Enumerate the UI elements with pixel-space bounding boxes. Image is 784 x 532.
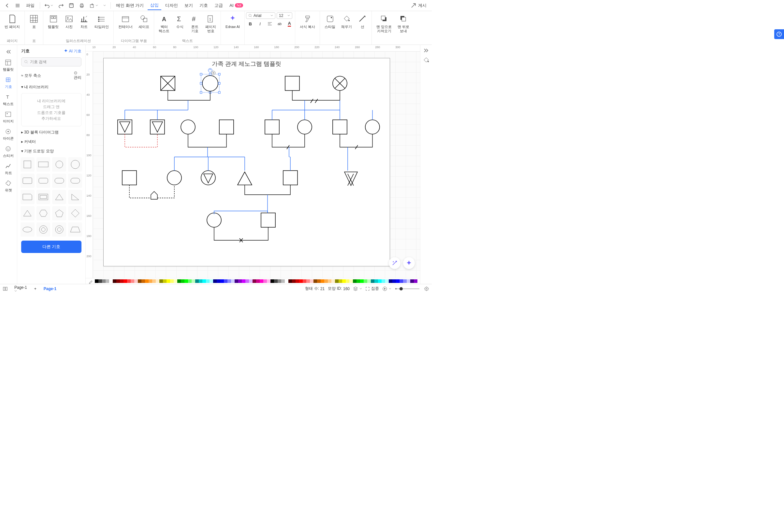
color-swatch[interactable] [152, 279, 156, 283]
shape-ellipse[interactable] [21, 223, 34, 237]
color-swatch[interactable] [392, 279, 396, 283]
color-swatch[interactable] [285, 279, 288, 283]
genogram-shape[interactable] [219, 120, 234, 134]
shape-pentagon[interactable] [52, 206, 66, 220]
genogram-shape[interactable] [207, 213, 221, 227]
color-swatch[interactable] [213, 279, 217, 283]
section-basic-shapes[interactable]: ▾ 기본 드로잉 모양 [17, 147, 86, 156]
color-swatch[interactable] [181, 279, 185, 283]
text-bg-button[interactable]: ab [275, 20, 284, 27]
color-swatch[interactable] [353, 279, 357, 283]
color-swatch[interactable] [278, 279, 281, 283]
color-swatch[interactable] [231, 279, 234, 283]
genogram-shape[interactable] [344, 172, 358, 185]
canvas[interactable]: 가족 관계 제노그램 템플릿 [93, 52, 420, 278]
color-swatch[interactable] [342, 279, 346, 283]
menu-view[interactable]: 보기 [182, 1, 196, 10]
zoom-slider[interactable] [395, 287, 421, 291]
sidebar-widget[interactable]: 위젯 [0, 178, 17, 195]
genogram-shape[interactable] [122, 171, 137, 185]
color-swatch[interactable] [324, 279, 328, 283]
bold-button[interactable]: B [246, 20, 254, 27]
color-swatch[interactable] [131, 279, 134, 283]
genogram-shape[interactable] [151, 191, 158, 199]
menu-symbol[interactable]: 기호 [197, 1, 211, 10]
color-swatch[interactable] [296, 279, 299, 283]
color-swatch[interactable] [378, 279, 382, 283]
collapse-all-button[interactable]: ≈ 모두 축소 [21, 73, 41, 79]
share-button[interactable] [88, 2, 100, 9]
shape-rect[interactable] [36, 157, 51, 172]
menu-ai[interactable]: AIhot [227, 2, 246, 9]
shape-snip[interactable] [21, 190, 34, 204]
color-swatch[interactable] [349, 279, 353, 283]
sidebar-text[interactable]: T텍스트 [0, 92, 17, 109]
selected-shape[interactable] [200, 68, 220, 93]
vector-text-button[interactable]: A벡터 텍스트 [156, 12, 172, 33]
color-swatch[interactable] [346, 279, 349, 283]
color-swatch[interactable] [188, 279, 192, 283]
color-swatch[interactable] [313, 279, 317, 283]
page-tab[interactable]: Page-1 [40, 286, 60, 292]
magic-wand-button[interactable] [389, 257, 400, 269]
photo-button[interactable]: 사진 [62, 12, 76, 29]
color-swatch[interactable] [292, 279, 296, 283]
color-swatch[interactable] [303, 279, 306, 283]
color-swatch[interactable] [328, 279, 331, 283]
sidebar-chart[interactable]: 차트 [0, 161, 17, 177]
sidebar-symbol[interactable]: 기호 [0, 75, 17, 91]
color-swatch[interactable] [192, 279, 195, 283]
color-swatch[interactable] [317, 279, 320, 283]
color-swatch[interactable] [102, 279, 106, 283]
edraw-ai-button[interactable]: Edraw AI [223, 12, 243, 29]
color-swatch[interactable] [364, 279, 367, 283]
formula-button[interactable]: Σ수식 [173, 12, 187, 29]
shape-ellipse-big[interactable] [68, 157, 82, 172]
ai-symbol-button[interactable]: AI 기호 [64, 49, 82, 54]
color-swatch[interactable] [403, 279, 407, 283]
color-swatch[interactable] [120, 279, 123, 283]
color-swatch[interactable] [389, 279, 392, 283]
color-swatch[interactable] [260, 279, 263, 283]
add-page-button[interactable]: + [32, 287, 38, 291]
more-menu[interactable] [101, 3, 108, 8]
color-swatch[interactable] [253, 279, 256, 283]
color-swatch[interactable] [116, 279, 120, 283]
save-button[interactable] [67, 2, 76, 9]
color-swatch[interactable] [224, 279, 227, 283]
blank-page-button[interactable]: 빈 페이지 [2, 12, 23, 29]
genogram-shape[interactable] [201, 171, 215, 185]
color-swatch[interactable] [106, 279, 109, 283]
color-swatch[interactable] [256, 279, 260, 283]
redo-button[interactable] [56, 2, 65, 9]
genogram-shape[interactable] [298, 120, 312, 134]
color-swatch[interactable] [360, 279, 364, 283]
color-swatch[interactable] [141, 279, 145, 283]
genogram-shape[interactable] [118, 120, 132, 134]
menu-home[interactable]: 메인 화면 가기 [113, 1, 146, 10]
color-swatch[interactable] [185, 279, 188, 283]
sidebar-image[interactable]: 이미지 [0, 109, 17, 126]
color-swatch[interactable] [134, 279, 138, 283]
genogram-shape[interactable] [150, 120, 165, 134]
fill-bucket-icon[interactable] [423, 57, 429, 63]
color-swatch[interactable] [148, 279, 152, 283]
font-symbol-button[interactable]: #폰트 기호 [188, 12, 202, 33]
color-swatch[interactable] [414, 279, 417, 283]
line-button[interactable]: 선 [355, 12, 369, 29]
color-swatch[interactable] [199, 279, 202, 283]
color-swatch[interactable] [407, 279, 410, 283]
symbol-search[interactable] [21, 57, 82, 66]
color-swatch[interactable] [156, 279, 159, 283]
color-swatch[interactable] [339, 279, 342, 283]
shapes-button[interactable]: 셰이프 [136, 12, 152, 29]
color-swatch[interactable] [367, 279, 371, 283]
section-my-library[interactable]: ▾ 내 라이브러리 [17, 82, 86, 92]
color-swatch[interactable] [281, 279, 285, 283]
shape-arc[interactable] [52, 223, 66, 237]
menu-design[interactable]: 디자인 [163, 1, 180, 10]
present-icon[interactable] [382, 286, 391, 291]
shape-trapezoid[interactable] [68, 223, 82, 237]
layers-icon[interactable] [353, 286, 362, 291]
shape-diamond[interactable] [68, 206, 82, 220]
